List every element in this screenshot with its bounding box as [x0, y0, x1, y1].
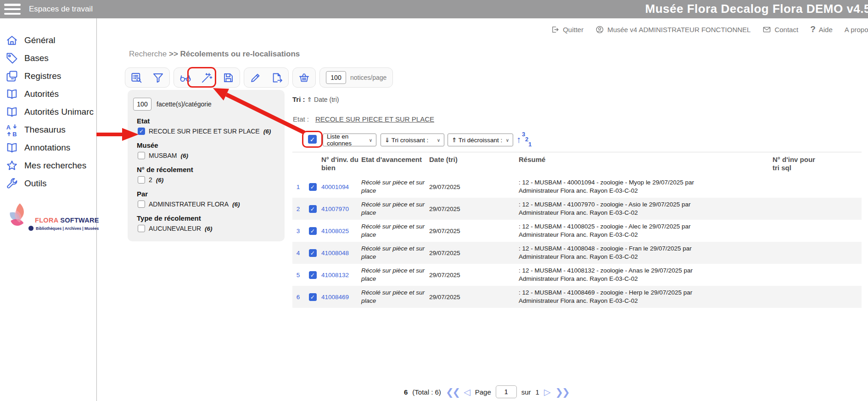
sort-numeric-icon[interactable]: ↑321: [517, 132, 531, 150]
facet-group-title: Type de récolement: [137, 214, 278, 222]
table-row: 1✓40001094Récolé sur pièce et sur place2…: [292, 176, 862, 198]
breadcrumb-page: Récolements ou re-localisations: [180, 50, 300, 58]
toolbar: notices/page: [125, 67, 393, 88]
sort-direction-icon: ⇑: [307, 96, 312, 103]
facet-option-musbam[interactable]: MUSBAM(6): [138, 152, 278, 159]
sidebar-item-registres[interactable]: Registres: [0, 67, 96, 85]
sort-descending-select[interactable]: ⇑ Tri décroissant :∨: [448, 134, 513, 146]
export-icon: [271, 72, 283, 84]
facet-option-administrateur-flora[interactable]: ADMINISTRATEUR FLORA(6): [138, 200, 278, 208]
workspace-label[interactable]: Espaces de travail: [29, 5, 93, 14]
magic-wand-button[interactable]: [196, 68, 218, 87]
menu-icon[interactable]: [4, 4, 21, 15]
sidebar-item-autorites-unimarc[interactable]: Autorités Unimarc: [0, 103, 96, 121]
inventory-number-link[interactable]: 41008469: [321, 294, 361, 301]
page-of-value: 1: [536, 388, 539, 396]
notices-per-page-input[interactable]: [326, 71, 346, 84]
facet-count-input[interactable]: [133, 98, 151, 111]
preview-button[interactable]: [174, 68, 196, 87]
facet-checkbox[interactable]: [138, 225, 145, 232]
flora-logo: FLORA SOFTWARE Bibliothèques | Archives …: [5, 202, 110, 231]
select-all-checkbox[interactable]: ✓: [308, 135, 317, 144]
facet-checkbox[interactable]: ✓: [138, 128, 145, 135]
export-button[interactable]: [266, 68, 288, 87]
row-status: Récolé sur pièce et sur place: [361, 223, 429, 239]
first-page-icon[interactable]: ❮❮: [446, 387, 459, 397]
basket-icon: [298, 72, 310, 84]
display-list-button[interactable]: [126, 68, 147, 87]
toolbar-group: [125, 67, 170, 88]
utility-link-musee-v4-administrateur-fonctionnel[interactable]: Musée v4 ADMINISTRATEUR FONCTIONNEL: [595, 25, 750, 34]
page-number-input[interactable]: [496, 385, 517, 398]
page-of-label: sur: [521, 388, 531, 396]
registers-icon: [6, 70, 18, 83]
notices-per-page-group: notices/page: [319, 67, 393, 88]
next-page-icon[interactable]: ▷: [544, 388, 551, 396]
sidebar-item-thesaurus[interactable]: ABThesaurus: [0, 121, 96, 139]
facet-option-aucunevaleur[interactable]: AUCUNEVALEUR(6): [138, 225, 278, 232]
breadcrumb-section[interactable]: Recherche: [129, 50, 167, 58]
row-summary: : 12 - MUSBAM - 41008025 - zoologie - Al…: [514, 223, 769, 239]
edit-button[interactable]: [245, 68, 266, 87]
row-checkbox[interactable]: ✓: [309, 205, 317, 213]
row-checkbox[interactable]: ✓: [309, 271, 317, 279]
col-header-date: Date (tri): [429, 155, 514, 172]
annotation-box-select-all: ✓: [302, 131, 323, 148]
utility-link-quitter[interactable]: Quitter: [551, 25, 583, 34]
facet-group-type-de-recolement: Type de récolementAUCUNEVALEUR(6): [133, 214, 278, 232]
utility-link-aide[interactable]: ?Aide: [810, 24, 833, 34]
previous-page-icon[interactable]: ◁: [464, 388, 470, 396]
sidebar-item-annotations[interactable]: Annotations: [0, 139, 96, 156]
facet-checkbox[interactable]: [138, 200, 145, 208]
utility-link-contact[interactable]: Contact: [762, 25, 798, 34]
table-body: 1✓40001094Récolé sur pièce et sur place2…: [292, 176, 862, 308]
row-number-link[interactable]: 4: [292, 250, 304, 256]
facet-checkbox[interactable]: [138, 152, 145, 159]
inventory-number-link[interactable]: 41007970: [321, 206, 361, 212]
sidebar-item-autorites[interactable]: Autorités: [0, 85, 96, 103]
row-number-link[interactable]: 2: [292, 206, 304, 212]
row-date: 29/07/2025: [429, 228, 514, 234]
row-checkbox[interactable]: ✓: [309, 293, 317, 301]
inventory-number-link[interactable]: 40001094: [321, 184, 361, 190]
save-button[interactable]: [218, 68, 239, 87]
row-status: Récolé sur pièce et sur place: [361, 245, 429, 261]
row-summary: : 12 - MUSBAM - 41008132 - zoologie - An…: [514, 267, 769, 283]
row-checkbox[interactable]: ✓: [309, 183, 317, 191]
row-checkbox[interactable]: ✓: [309, 227, 317, 235]
sidebar-item-mes-recherches[interactable]: Mes recherches: [0, 156, 96, 174]
view-mode-select[interactable]: Liste en colonnes∨: [323, 134, 376, 146]
facet-group-title: Musée: [137, 141, 278, 149]
sidebar-item-outils[interactable]: Outils: [0, 174, 96, 192]
funnel-icon: [152, 72, 164, 84]
row-number-link[interactable]: 6: [292, 294, 304, 301]
facet-option-recole-sur-piece-et-sur-place[interactable]: ✓RECOLE SUR PIECE ET SUR PLACE(6): [138, 128, 278, 135]
row-status: Récolé sur pièce et sur place: [361, 267, 429, 283]
sidebar-item-bases[interactable]: Bases: [0, 49, 96, 67]
sidebar-item-label: Annotations: [24, 143, 70, 153]
utility-link-a-propos[interactable]: A propos: [845, 26, 868, 33]
sort-ascending-select[interactable]: ⇓ Tri croissant :∨: [381, 134, 444, 146]
row-number-link[interactable]: 1: [292, 184, 304, 190]
row-number-link[interactable]: 3: [292, 228, 304, 234]
active-filter-value[interactable]: RECOLE SUR PIECE ET SUR PLACE: [315, 115, 434, 123]
row-number-link[interactable]: 5: [292, 272, 304, 278]
facet-option-2[interactable]: 2(6): [138, 176, 278, 184]
last-page-icon[interactable]: ❯❯: [555, 387, 569, 397]
notices-per-page-label: notices/page: [350, 74, 386, 81]
page-label: Page: [475, 388, 491, 396]
inventory-number-link[interactable]: 41008025: [321, 228, 361, 234]
sidebar-item-general[interactable]: Général: [0, 31, 96, 49]
brand-tagline: Bibliothèques | Archives | Musées: [36, 226, 99, 231]
pencil-icon: [249, 72, 262, 84]
filter-button[interactable]: [147, 68, 169, 87]
facet-checkbox[interactable]: [138, 176, 145, 184]
basket-button[interactable]: [293, 68, 315, 87]
row-summary: : 12 - MUSBAM - 41007970 - zoologie - As…: [514, 200, 769, 217]
row-summary: : 12 - MUSBAM - 41008048 - zoologie - Fr…: [514, 245, 769, 261]
sidebar-item-label: Thesaurus: [24, 125, 66, 135]
table-row: 6✓41008469Récolé sur pièce et sur place2…: [292, 286, 862, 308]
inventory-number-link[interactable]: 41008132: [321, 272, 361, 278]
row-checkbox[interactable]: ✓: [309, 249, 317, 257]
inventory-number-link[interactable]: 41008048: [321, 250, 361, 256]
